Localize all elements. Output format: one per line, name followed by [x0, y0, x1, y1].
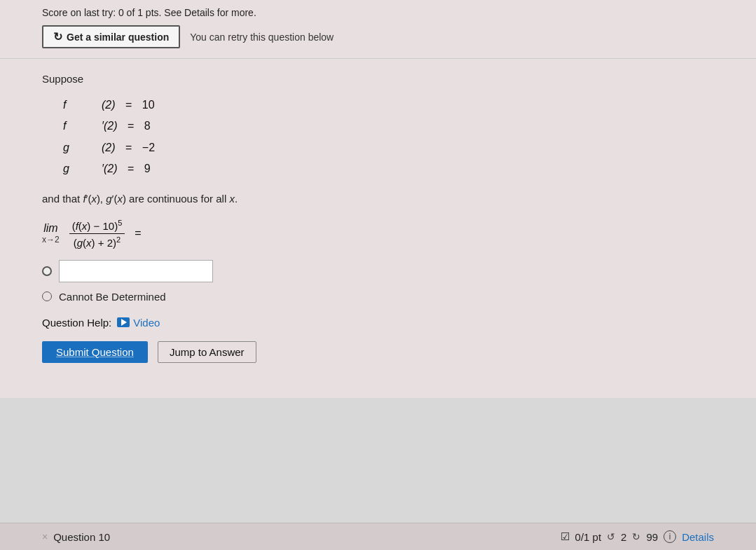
video-label: Video [133, 317, 160, 329]
submit-question-button[interactable]: Submit Question [42, 341, 148, 363]
lim-label: lim x→2 [42, 222, 60, 245]
jump-to-answer-button[interactable]: Jump to Answer [158, 341, 256, 363]
video-icon [117, 317, 130, 327]
eq-row-f2: f(2) = 10 [63, 95, 714, 116]
answer-input-row [42, 260, 714, 282]
lim-sub: x→2 [42, 235, 60, 245]
eq-row-g2: g(2) = −2 [63, 137, 714, 158]
checkbox-icon: ☑ [561, 530, 570, 543]
equations-block: f(2) = 10 f′(2) = 8 g(2) = −2 g′(2) = 9 [63, 95, 714, 180]
play-triangle [121, 319, 127, 326]
undo-count: 2 [621, 531, 626, 543]
get-similar-button[interactable]: ↻ Get a similar question [42, 25, 180, 48]
score-line: Score on last try: 0 of 1 pts. See Detai… [42, 7, 714, 18]
fraction: (f(x) − 10)5 (g(x) + 2)2 [69, 219, 125, 249]
continuous-text: and that f′(x), g′(x) are continuous for… [42, 193, 714, 205]
bottom-bar: × Question 10 ☑ 0/1 pt ↺ 2 ↻ 99 i Detail… [0, 523, 756, 550]
eq-var-gp2: g [63, 158, 95, 179]
cannot-label: Cannot Be Determined [59, 291, 166, 303]
retry-text: You can retry this question below [190, 32, 334, 43]
eq-equals-fp2: = [125, 116, 137, 137]
fraction-denominator: (g(x) + 2)2 [71, 234, 123, 249]
answer-radio[interactable] [42, 266, 52, 276]
details-label[interactable]: Details [682, 531, 714, 543]
eq-var-g2: g [63, 137, 95, 158]
video-link[interactable]: Video [117, 317, 160, 329]
bottom-right: ☑ 0/1 pt ↺ 2 ↻ 99 i Details [561, 530, 714, 543]
eq-row-gp2: g′(2) = 9 [63, 158, 714, 179]
equals-sign: = [135, 227, 141, 240]
eq-equals-gp2: = [125, 158, 137, 179]
retry-row: ↻ Get a similar question You can retry t… [42, 25, 714, 48]
redo-count: 99 [646, 531, 658, 543]
question-label-row: × Question 10 [42, 531, 110, 543]
get-similar-label: Get a similar question [67, 32, 169, 43]
eq-val-fp2: 8 [144, 116, 151, 137]
cannot-radio[interactable] [42, 291, 52, 301]
eq-val-f2: 10 [142, 95, 155, 116]
eq-var-f2: f [63, 95, 95, 116]
main-content: Suppose f(2) = 10 f′(2) = 8 g(2) = −2 g′… [0, 59, 756, 398]
question-help-row: Question Help: Video [42, 317, 714, 329]
answer-input[interactable] [59, 260, 213, 282]
info-icon[interactable]: i [664, 530, 676, 543]
eq-equals-f2: = [123, 95, 135, 116]
eq-equals-g2: = [123, 137, 135, 158]
score-text: 0/1 pt [575, 531, 602, 543]
retry-icon: ↻ [53, 30, 62, 43]
cannot-determined-row: Cannot Be Determined [42, 291, 714, 303]
eq-row-fp2: f′(2) = 8 [63, 116, 714, 137]
suppose-label: Suppose [42, 73, 714, 85]
buttons-row: Submit Question Jump to Answer [42, 341, 714, 363]
question-number: Question 10 [53, 531, 110, 543]
limit-block: lim x→2 (f(x) − 10)5 (g(x) + 2)2 = [42, 219, 714, 249]
redo-icon[interactable]: ↻ [632, 531, 640, 542]
undo-icon[interactable]: ↺ [607, 531, 615, 542]
eq-var-fp2: f [63, 116, 95, 137]
eq-val-g2: −2 [142, 137, 155, 158]
lim-word: lim [43, 222, 57, 235]
question-help-label: Question Help: [42, 317, 111, 329]
fraction-numerator: (f(x) − 10)5 [69, 219, 125, 234]
x-icon: × [42, 531, 48, 542]
eq-val-gp2: 9 [144, 158, 151, 179]
top-bar: Score on last try: 0 of 1 pts. See Detai… [0, 0, 756, 59]
